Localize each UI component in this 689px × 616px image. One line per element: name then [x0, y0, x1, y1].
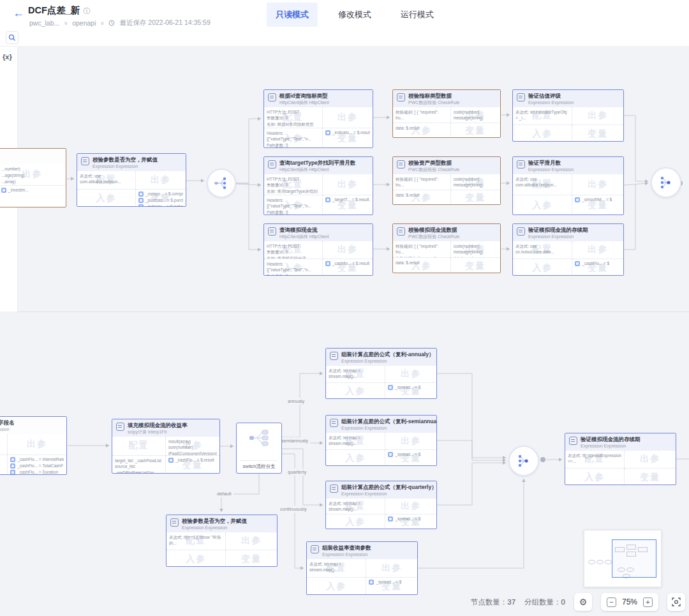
app-select[interactable]: openapi — [72, 19, 96, 27]
variable-icon — [138, 198, 144, 203]
chevron-down-icon: ∨ — [64, 20, 68, 26]
node-switch-branch[interactable]: switch流程分支 — [236, 423, 282, 474]
tab-run-mode[interactable]: 运行模式 — [392, 3, 443, 27]
node-spread-formula-quarterly[interactable]: 组装计算点差的公式（复利-quarterly）Expression Expres… — [325, 481, 437, 529]
breadcrumb: pwc_lab... ∨ openapi ∨ 最近保存 2022-06-21 1… — [29, 19, 211, 27]
chevron-down-icon: ∨ — [101, 20, 105, 26]
fork-node[interactable] — [207, 169, 236, 198]
section-divider — [18, 312, 689, 312]
variable-icon — [388, 452, 393, 457]
search-button[interactable] — [6, 31, 19, 44]
node-validate-cashflow-data[interactable]: 校验模拟现金流数据PWC数据校验 CheckRule 校验规则: [ { "re… — [392, 223, 501, 273]
expression-icon — [517, 160, 525, 169]
expression-icon — [170, 518, 179, 527]
join-node-bottom[interactable] — [508, 446, 539, 476]
node-spread-formula-annually[interactable]: 组装计算点差的公式（复利-annualy）Expression Expressi… — [325, 348, 437, 399]
edge-label-default: default — [215, 490, 233, 497]
minimap[interactable] — [584, 530, 662, 587]
node-partial-set-fields[interactable]: 设置字段名Expression Rate =... 出参 _cashFlo...… — [0, 416, 67, 475]
expression-icon — [330, 419, 338, 427]
variable-badge: _cashflo... = $.result.dat... — [325, 261, 370, 266]
variable-badge: _indicato... = $.indicatorT... — [138, 204, 183, 207]
variable-badge: _indicato... = $.result.data — [325, 130, 370, 135]
page-title: DCF点差_新ⓘ — [28, 4, 90, 17]
variable-badge: _spread... = $ — [388, 516, 434, 522]
variable-icon — [138, 192, 144, 197]
checkrule-icon — [397, 227, 405, 236]
node-query-indicator-type[interactable]: 根据id查询指标类型HttpClient插件 HttpClient 配置HTTP… — [263, 89, 373, 148]
variable-badge: _investm... — [1, 188, 63, 193]
workspace-select[interactable]: pwc_lab... — [29, 19, 59, 27]
variable-icon — [10, 463, 15, 469]
node-query-sim-cashflow[interactable]: 查询模拟现金流HttpClient插件 HttpClient 配置HTTP方法:… — [263, 223, 373, 276]
mode-tabs: 只读模式 修改模式 运行模式 — [267, 2, 443, 27]
variable-icon — [575, 261, 580, 266]
variable-badge: _cashFlo... = InterestRate — [10, 457, 64, 462]
variable-badge: _spread... = $ — [369, 580, 415, 585]
fork-icon — [214, 176, 229, 191]
switch-icon — [248, 430, 270, 446]
httpclient-icon — [268, 227, 276, 236]
node-validate-asset-data[interactable]: 校验资产类型数据PWC数据校验 CheckRule 校验规则: [ { "req… — [392, 156, 501, 205]
join-icon — [516, 453, 531, 469]
last-saved-text: 最近保存 2022-06-21 14:35:59 — [119, 19, 210, 27]
expression-icon — [517, 93, 525, 101]
join-node[interactable] — [651, 167, 681, 198]
flow-editor: ← DCF点差_新ⓘ pwc_lab... ∨ openapi ∨ 最近保存 2… — [0, 0, 689, 616]
variable-icon — [10, 457, 15, 462]
variable-icon — [388, 516, 393, 522]
node-partial-http[interactable]: 出参...number) ...age(string) ...array) 变量… — [0, 148, 66, 207]
clock-icon — [108, 20, 115, 26]
variables-fx-icon[interactable]: {x} — [3, 53, 12, 61]
edge-label-annually: annualy — [286, 398, 306, 405]
edge-label-semiannually: semiannualy — [279, 437, 310, 444]
variable-icon — [1, 188, 6, 193]
node-yield-query-params[interactable]: 组装收益率查询参数Expression Expression 配置表达式: le… — [306, 541, 418, 595]
node-validate-indicator-data[interactable]: 校验指标类型数据PWC数据校验 CheckRule 校验规则: [ { "req… — [392, 89, 501, 138]
status-bar: 节点数量：37 分组数量：0 ⚙ − 75% + — [471, 592, 685, 612]
node-verify-duration-top[interactable]: 验证模拟现金流的存续期Expression Expression 配置表达式: … — [512, 223, 624, 276]
variable-icon — [369, 580, 374, 585]
node-fill-yield[interactable]: 填充模拟现金流的收益率scipy计算 interp1Fit 配置 出参resul… — [112, 419, 220, 474]
flow-canvas[interactable]: {x} — [0, 47, 689, 616]
fit-view-button[interactable] — [667, 593, 685, 611]
variable-icon — [10, 470, 15, 475]
variable-icon — [325, 197, 330, 202]
variable-badge: _cashFlo... = TotalCashF... — [10, 463, 64, 469]
zoom-level: 75% — [622, 597, 637, 606]
scipy-icon — [116, 423, 124, 431]
zoom-controls: − 75% + — [601, 593, 658, 611]
variable-icon — [325, 130, 330, 135]
group-count: 分组数量：0 — [524, 597, 565, 607]
tab-readonly-mode[interactable]: 只读模式 — [267, 3, 318, 27]
gear-icon: ⚙ — [579, 597, 588, 606]
node-check-params-assign[interactable]: 校验参数是否为空，并赋值Expression Expression 配置表达式:… — [77, 153, 186, 207]
variable-badge: _compo... = $.compoun... — [138, 192, 183, 197]
minimap-viewport[interactable] — [612, 539, 656, 578]
node-query-targettype[interactable]: 查询targetType并找到平滑月数HttpClient插件 HttpClie… — [263, 156, 373, 215]
httpclient-icon — [268, 160, 276, 169]
back-button[interactable]: ← — [9, 6, 28, 19]
node-verify-valuation[interactable]: 验证估值评级Expression Expression 配置表达式: let i… — [512, 89, 624, 142]
join-icon — [658, 175, 674, 190]
expression-icon — [81, 157, 89, 165]
node-count: 节点数量：37 — [471, 597, 515, 607]
variable-badge: _cashFlo... = Duration — [10, 470, 64, 475]
variable-icon — [388, 385, 393, 390]
node-verify-smooth-months[interactable]: 验证平滑月数Expression Expression 配置表达式: use c… — [512, 156, 624, 215]
variable-icon — [575, 197, 580, 202]
node-spread-formula-semiannually[interactable]: 组装计算点差的公式（复利-semiannualy）Expression Expr… — [325, 415, 437, 466]
variable-badge: _smoothM... = $ — [575, 197, 621, 202]
tab-edit-mode[interactable]: 修改模式 — [329, 3, 380, 27]
node-check-params-default[interactable]: 校验参数是否为空，并赋值Expression Expression 配置表达式:… — [166, 515, 278, 567]
checkrule-icon — [397, 93, 405, 101]
expression-icon — [330, 352, 338, 360]
info-icon: ⓘ — [83, 7, 90, 15]
variable-badge: _targetT... = $.result.data — [325, 197, 370, 202]
zoom-in-button[interactable]: + — [643, 597, 653, 607]
zoom-out-button[interactable]: − — [607, 597, 616, 607]
settings-button[interactable]: ⚙ — [574, 593, 592, 611]
fit-view-icon — [672, 597, 681, 606]
node-verify-duration-bottom[interactable]: 验证模拟现金流的存续期Expression Expression 配置表达式: … — [565, 433, 676, 485]
variable-badge: _spread... = $ — [388, 385, 434, 390]
